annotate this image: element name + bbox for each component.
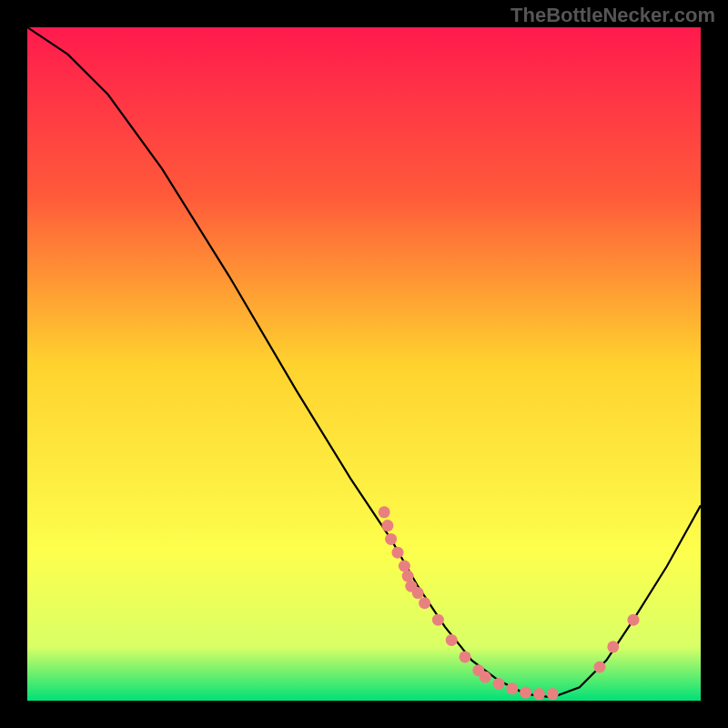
data-point [379, 506, 390, 518]
data-point [520, 687, 531, 699]
data-point [493, 678, 505, 690]
data-point [419, 597, 430, 609]
data-point [533, 688, 545, 700]
data-point [460, 651, 471, 662]
chart-svg [27, 27, 701, 701]
plot-area [27, 27, 701, 701]
watermark-label: TheBottleNecker.com [511, 4, 715, 27]
data-point [399, 561, 410, 572]
data-point [392, 547, 404, 559]
data-point [628, 614, 640, 626]
data-point [412, 587, 424, 599]
data-point [385, 533, 397, 545]
data-point [547, 688, 559, 700]
data-point [381, 520, 393, 531]
data-point [432, 614, 444, 626]
data-point [506, 682, 518, 694]
gradient-background [27, 27, 701, 701]
data-point [594, 662, 606, 673]
data-point [480, 672, 491, 683]
data-point [446, 634, 458, 646]
data-point [607, 641, 619, 652]
data-point [402, 571, 414, 582]
